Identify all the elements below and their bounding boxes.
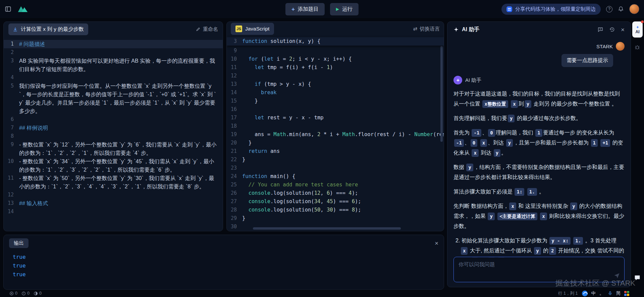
promo-banner[interactable]: 分享代码练习体验，领限量定制周边	[501, 4, 601, 15]
problem-line-10[interactable]: 10- 整数位置 `x` 为 `34`，另外一个整数位置 `y` 为 `45`，…	[4, 157, 223, 174]
code-text	[242, 72, 444, 80]
mic-icon[interactable]	[608, 291, 612, 296]
error-icon	[9, 291, 14, 296]
ai-header: AI 助手 ×	[447, 22, 631, 37]
cursor-position[interactable]: 行 1，列 1	[558, 291, 578, 296]
code-editor[interactable]: 3 function solution(x, y) { 9 10 for (le…	[227, 36, 444, 231]
code-line-17[interactable]: 17 let rest = y - x - tmp	[227, 114, 444, 122]
output-close-icon[interactable]: ×	[435, 240, 438, 246]
problem-text: 我们假设每一步对应到每一个位置。从一个整数位置 `x` 走到另外一个整数位置 `…	[19, 82, 223, 115]
promo-text: 分享代码练习体验，领限量定制周边	[515, 6, 596, 12]
line-number: 7	[4, 124, 19, 132]
warnings-indicator[interactable]: 0	[21, 291, 30, 296]
code-line-24[interactable]: 24function main() {	[227, 172, 444, 181]
run-button[interactable]: ▶ 运行	[330, 3, 359, 15]
problem-text: ## 样例说明	[19, 124, 223, 132]
user-avatar[interactable]	[629, 4, 639, 14]
problem-line-9[interactable]: 9- 整数位置 `x` 为 `12`，另外一个整数位置 `y` 为 `6`，我们…	[4, 140, 223, 157]
inline-code-token: y	[570, 202, 577, 210]
vertical-scrollbar[interactable]	[440, 46, 443, 142]
problem-line-1[interactable]: 1# 问题描述	[4, 40, 223, 48]
ime-mode-toggle[interactable]: 中	[591, 290, 596, 296]
problem-text	[19, 207, 223, 216]
code-line-21[interactable]: 21 return ans	[227, 147, 444, 156]
new-chat-icon[interactable]	[597, 26, 603, 33]
problem-text: AB 实验同学每天都很苦恼如何可以更好地进行 AB 实验，每一步的流程很重要，我…	[19, 57, 223, 73]
ime-punctuation-toggle[interactable]: 。	[599, 290, 604, 296]
output-line-2: true	[13, 261, 444, 270]
problem-line-4[interactable]: 4	[4, 73, 223, 82]
problem-line-5[interactable]: 5我们假设每一步对应到每一个位置。从一个整数位置 `x` 走到另外一个整数位置 …	[4, 82, 223, 115]
problem-line-6[interactable]: 6	[4, 115, 223, 124]
code-line-18[interactable]: 18	[227, 122, 444, 130]
rename-label: 重命名	[203, 26, 218, 33]
problem-line-12[interactable]: 12	[4, 191, 223, 199]
code-line-12[interactable]: 12	[227, 72, 444, 80]
ai-paragraph-1: 对于对于这道题这道题，我们的目标，我们的目标是找到从整数是找到从一个位置 x整数…	[453, 89, 625, 109]
send-icon[interactable]	[613, 272, 620, 279]
problem-text: - 整数位置 `x` 为 `12`，另外一个整数位置 `y` 为 `6`，我们需…	[19, 140, 223, 157]
line-number: 13	[227, 80, 242, 88]
sticky-code-line[interactable]: 3 function solution(x, y) {	[227, 37, 444, 46]
ai-paragraph-5: 算法步骤大致如下必须是 1: 1. 。	[453, 187, 625, 197]
horizontal-scrollbar[interactable]	[253, 227, 401, 230]
code-line-9[interactable]: 9	[227, 47, 444, 55]
code-line-27[interactable]: 27 console.log(solution(34, 45) === 6);	[227, 197, 444, 206]
problem-line-11[interactable]: 11- 整数位置 `x` 为 `50`，另外一个整数位置 `y` 为 `30`，…	[4, 174, 223, 191]
problem-line-7[interactable]: 7## 样例说明	[4, 124, 223, 132]
code-line-11[interactable]: 11 let tmp = f(i) + f(i - 1)	[227, 63, 444, 72]
notifications-bell-icon[interactable]	[618, 6, 624, 12]
code-line-22[interactable]: 22}	[227, 156, 444, 164]
code-line-19[interactable]: 19 ans = Math.min(ans, 2 * i + Math.floo…	[227, 130, 444, 139]
add-problem-button[interactable]: + 添加题目	[285, 3, 325, 15]
code-line-10[interactable]: 10 for (let i = 2; i < y - x; i++) {	[227, 55, 444, 63]
rename-button[interactable]: 重命名	[196, 26, 218, 33]
code-line-30[interactable]: 30	[227, 223, 444, 231]
code-line-26[interactable]: 26 console.log(solution(12, 6) === 4);	[227, 189, 444, 197]
switch-language-button[interactable]: ⇄ 切换语言	[413, 26, 440, 32]
code-line-15[interactable]: 15 }	[227, 97, 444, 105]
ai-close-icon[interactable]: ×	[621, 26, 625, 33]
inline-code-token: +1	[600, 139, 610, 147]
inline-code-token: y	[508, 115, 515, 122]
code-line-13[interactable]: 13 if (tmp > y - x) {	[227, 80, 444, 88]
problem-line-14[interactable]: 14	[4, 207, 223, 216]
code-line-23[interactable]: 23	[227, 164, 444, 172]
ime-logo-icon[interactable]	[582, 291, 588, 296]
problem-title-pill[interactable]: 计算位置 x 到 y 的最少步数	[8, 23, 88, 35]
tab-javascript[interactable]: JS JavaScript	[231, 23, 274, 35]
help-icon[interactable]: ?	[606, 6, 612, 12]
output-line-1: true	[13, 253, 444, 261]
ime-simplified-toggle[interactable]: 简	[616, 290, 621, 296]
problem-editor[interactable]: 1# 问题描述2 3AB 实验同学每天都很苦恼如何可以更好地进行 AB 实验，每…	[4, 37, 223, 231]
bug-report-icon[interactable]	[634, 44, 640, 50]
line-number: 15	[227, 97, 242, 105]
line-number: 20	[227, 139, 242, 147]
code-line-20[interactable]: 20 }	[227, 139, 444, 147]
history-icon[interactable]	[609, 26, 615, 33]
problem-line-2[interactable]: 2	[4, 48, 223, 57]
code-text: if (tmp > y - x) {	[242, 80, 444, 88]
ai-avatar	[453, 76, 462, 84]
ai-assistant-fab[interactable]: AI	[632, 21, 643, 38]
ai-question-input[interactable]	[454, 257, 606, 272]
errors-indicator[interactable]: 0	[9, 291, 17, 296]
code-line-16[interactable]: 16	[227, 105, 444, 114]
problem-text	[19, 191, 223, 199]
info-indicator[interactable]: 0	[34, 291, 42, 296]
code-text: }	[242, 156, 444, 164]
app-logo[interactable]	[17, 5, 28, 13]
code-lines: 9 10 for (let i = 2; i < y - x; i++) {11…	[227, 47, 444, 231]
code-line-28[interactable]: 28 console.log(solution(50, 30) === 8);	[227, 206, 444, 214]
code-line-29[interactable]: 29}	[227, 214, 444, 223]
problem-line-3[interactable]: 3AB 实验同学每天都很苦恼如何可以更好地进行 AB 实验，每一步的流程很重要，…	[4, 57, 223, 73]
code-line-14[interactable]: 14 break	[227, 88, 444, 97]
code-line-25[interactable]: 25 // You can add more test cases here	[227, 181, 444, 189]
problem-line-13[interactable]: 13## 输入格式	[4, 199, 223, 207]
ime-keyboard-icon[interactable]	[624, 291, 629, 296]
run-label: 运行	[342, 6, 353, 13]
code-text: console.log(solution(12, 6) === 4);	[242, 189, 444, 197]
problem-line-8[interactable]: 8	[4, 132, 223, 140]
assistant-message-body: 对于对于这道题这道题，我们的目标，我们的目标是找到从整数是找到从一个位置 x整数…	[453, 89, 625, 257]
layout-toggle-icon[interactable]	[5, 6, 11, 12]
